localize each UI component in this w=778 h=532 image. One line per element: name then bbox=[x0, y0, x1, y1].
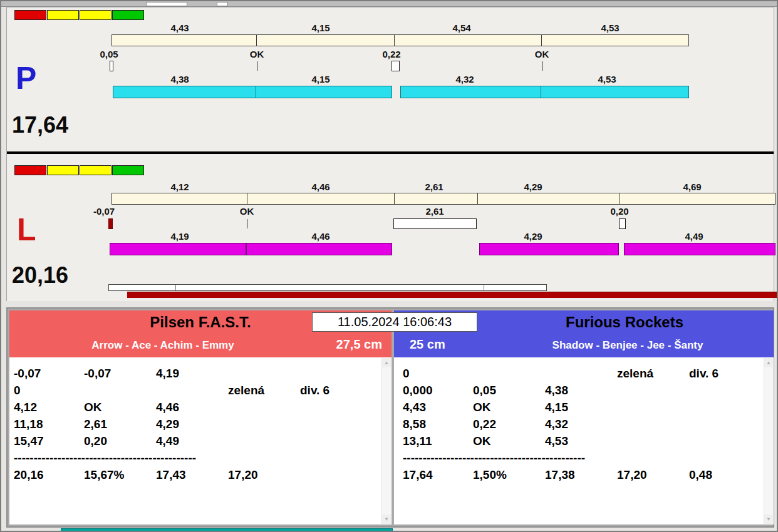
table-cell: 4,43 bbox=[403, 401, 473, 414]
tick-mark bbox=[247, 219, 247, 228]
table-cell: 0,05 bbox=[473, 384, 545, 397]
segment-divider bbox=[541, 35, 542, 46]
table-cell: 1,50% bbox=[473, 468, 545, 482]
table-cell: 4,53 bbox=[545, 434, 617, 448]
bottom-status-bar bbox=[61, 528, 393, 532]
segment-divider bbox=[394, 193, 395, 204]
lane-l-total-time: 20,16 bbox=[12, 264, 68, 287]
lane-p-time-bar bbox=[113, 86, 256, 98]
scroll-up-icon[interactable]: ▲ bbox=[764, 358, 773, 367]
scroll-up-icon[interactable]: ▲ bbox=[382, 358, 391, 367]
table-cell: 4,15 bbox=[545, 401, 617, 414]
table-row: -0,07 -0,07 4,19 bbox=[14, 365, 392, 382]
segment-divider bbox=[477, 193, 478, 204]
lane-l-measured-time: 4,69 bbox=[683, 182, 701, 192]
start-lights-lane-l bbox=[14, 165, 145, 175]
table-row: 11,18 2,61 4,29 bbox=[14, 416, 392, 432]
lane-l-dog-time: 4,19 bbox=[170, 231, 189, 242]
race-progress-track bbox=[108, 284, 547, 291]
table-cell: 15,47 bbox=[14, 434, 84, 448]
table-cell: zelená bbox=[228, 384, 300, 397]
table-cell: 8,58 bbox=[403, 417, 473, 431]
team-right-results-table: 0 zelená div. 6 0,000 0,05 4,38 4,43 OK bbox=[394, 357, 774, 524]
race-progress-bar bbox=[127, 292, 777, 298]
lane-p-split-status: OK bbox=[535, 49, 549, 59]
tick-mark bbox=[542, 61, 542, 71]
progress-divider bbox=[484, 285, 484, 290]
table-cell: 4,29 bbox=[156, 417, 228, 431]
table-separator: ----------------------------------------… bbox=[403, 449, 774, 466]
lane-l-measured-time: 4,29 bbox=[524, 182, 542, 192]
lane-p-measured-time: 4,54 bbox=[452, 23, 470, 33]
table-cell: 0,22 bbox=[473, 417, 545, 431]
tick-mark bbox=[257, 61, 257, 71]
table-cell: 0 bbox=[403, 367, 473, 381]
lane-l-time-bar bbox=[246, 243, 392, 255]
table-cell: 11,18 bbox=[14, 417, 84, 431]
lane-p-label: P bbox=[16, 63, 36, 94]
scroll-down-icon[interactable]: ▼ bbox=[382, 514, 391, 524]
lane-l-split-status: -0,07 bbox=[93, 206, 115, 217]
light-red-icon bbox=[14, 165, 46, 175]
table-summary-row: 20,16 15,67% 17,43 17,20 bbox=[14, 466, 392, 483]
results-section: 11.05.2024 16:06:43 Pilsen F.A.S.T. Arro… bbox=[6, 307, 774, 528]
lane-l-dog-time: 4,46 bbox=[311, 231, 329, 242]
lane-p-time-bar bbox=[541, 86, 689, 98]
segment-divider bbox=[256, 35, 257, 46]
fault-marker bbox=[619, 218, 626, 229]
fault-marker bbox=[110, 61, 113, 71]
table-row: 0 zelená div. 6 bbox=[14, 382, 392, 399]
table-row: 0,000 0,05 4,38 bbox=[403, 382, 774, 399]
race-timestamp: 11.05.2024 16:06:43 bbox=[312, 312, 477, 332]
table-cell: 0,20 bbox=[84, 434, 156, 448]
titlebar-button-fragment[interactable] bbox=[217, 2, 228, 6]
team-right-jump-height: 25 cm bbox=[410, 337, 445, 352]
team-left-members: Arrow - Ace - Achim - Emmy bbox=[9, 334, 392, 357]
scrollbar[interactable]: ▲ ▼ bbox=[381, 358, 391, 524]
table-cell: 0,48 bbox=[689, 468, 774, 482]
table-cell: div. 6 bbox=[300, 384, 392, 397]
lane-l-time-bar bbox=[479, 243, 619, 255]
scroll-down-icon[interactable]: ▼ bbox=[764, 514, 773, 524]
light-yellow-icon bbox=[80, 10, 112, 20]
table-row: 4,12 OK 4,46 bbox=[14, 399, 392, 416]
lane-p-measured-time: 4,43 bbox=[170, 23, 189, 33]
light-yellow-icon bbox=[47, 165, 79, 175]
titlebar-button-fragment[interactable] bbox=[146, 2, 187, 6]
lane-l-split-status: OK bbox=[240, 206, 254, 217]
table-cell: 17,38 bbox=[545, 468, 617, 482]
race-lanes-area: 4,43 4,15 4,54 4,53 0,05 OK 0,22 OK 4,38… bbox=[6, 7, 774, 301]
lane-l-split-status: 2,61 bbox=[425, 206, 443, 217]
segment-divider bbox=[247, 193, 247, 204]
table-cell: 13,11 bbox=[403, 434, 473, 448]
table-row: 0 zelená div. 6 bbox=[403, 365, 774, 382]
lane-l-measured-time: 4,12 bbox=[170, 182, 189, 192]
table-cell: div. 6 bbox=[689, 367, 774, 381]
fault-marker bbox=[392, 61, 400, 71]
lane-l-measured-time: 4,46 bbox=[311, 182, 329, 192]
lane-p-measured-time: 4,53 bbox=[601, 23, 619, 33]
table-row: 13,11 OK 4,53 bbox=[403, 432, 774, 449]
progress-divider bbox=[175, 285, 176, 290]
lane-p-dog-time: 4,15 bbox=[311, 74, 329, 84]
lane-p-total-time: 17,64 bbox=[12, 114, 68, 136]
segment-divider bbox=[620, 193, 620, 204]
lane-p-split-status: OK bbox=[250, 49, 264, 59]
lane-p-segment-track bbox=[112, 34, 689, 46]
team-left-jump-height: 27,5 cm bbox=[336, 337, 382, 352]
team-right-members: Shadow - Benjee - Jee - Šanty bbox=[394, 334, 774, 357]
table-cell: 17,64 bbox=[403, 468, 473, 482]
lane-p-dog-time: 4,53 bbox=[598, 74, 616, 84]
lane-p-time-bar bbox=[256, 86, 392, 98]
scrollbar[interactable]: ▲ ▼ bbox=[764, 358, 773, 524]
table-cell: 20,16 bbox=[14, 468, 84, 482]
start-lights-lane-p bbox=[14, 10, 145, 20]
table-summary-row: 17,64 1,50% 17,38 17,20 0,48 bbox=[403, 466, 774, 483]
lane-l-segment-track bbox=[112, 193, 775, 205]
table-cell: 4,49 bbox=[156, 434, 228, 448]
light-green-icon bbox=[112, 165, 144, 175]
titlebar-fragment bbox=[1, 1, 777, 7]
table-cell: 17,20 bbox=[617, 468, 689, 482]
table-cell: 4,38 bbox=[545, 384, 617, 397]
lane-divider bbox=[7, 151, 774, 154]
